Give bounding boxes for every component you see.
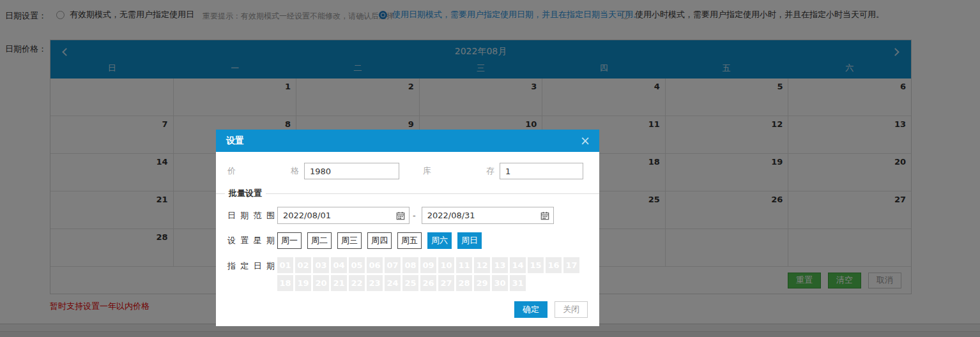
weekday-toggle-button[interactable]: 周五 (397, 232, 422, 249)
section-divider (266, 193, 599, 194)
day-chip: 17 (563, 257, 579, 273)
day-chip: 09 (420, 257, 436, 273)
day-chip: 22 (349, 275, 365, 291)
weekday-toggle-button[interactable]: 周六 (427, 232, 452, 249)
close-button[interactable]: 关闭 (555, 301, 588, 318)
weekday-toggle-button[interactable]: 周日 (457, 232, 482, 249)
day-chip: 18 (277, 275, 293, 291)
day-chip: 19 (295, 275, 311, 291)
dialog-body: 价格 库存 批量设置 日期范围 - (216, 163, 599, 326)
day-chip: 10 (438, 257, 454, 273)
date-range-end-input[interactable] (422, 207, 553, 223)
day-chip-row-1: 0102030405060708091011121314151617 (277, 257, 579, 273)
day-chip: 25 (402, 275, 418, 291)
day-chip: 12 (474, 257, 490, 273)
price-field-label: 价格 (227, 165, 299, 177)
dialog-header: 设置 × (216, 130, 599, 152)
dialog-footer: 确定 关闭 (227, 301, 588, 318)
day-chip: 13 (492, 257, 508, 273)
day-chip: 28 (456, 275, 472, 291)
day-chip: 24 (385, 275, 401, 291)
section-divider (216, 193, 225, 194)
specify-date-label: 指定日期 (227, 260, 275, 272)
stock-input[interactable] (500, 163, 583, 179)
price-input[interactable] (304, 163, 399, 179)
weekday-toggle-button[interactable]: 周一 (277, 232, 302, 249)
day-chip: 21 (331, 275, 347, 291)
day-chip: 15 (528, 257, 544, 273)
day-chip: 31 (510, 275, 526, 291)
day-chip: 01 (277, 257, 293, 273)
day-chip: 11 (456, 257, 472, 273)
calendar-icon[interactable] (396, 211, 405, 220)
day-chip: 30 (492, 275, 508, 291)
day-chip-row-2: 1819202122232425262728293031 (277, 275, 579, 291)
day-chip: 03 (313, 257, 329, 273)
date-range-end-field[interactable] (422, 207, 554, 224)
stock-field-label: 库存 (423, 165, 494, 177)
weekday-toggle-button[interactable]: 周四 (367, 232, 392, 249)
confirm-button[interactable]: 确定 (514, 301, 547, 318)
date-range-separator: - (413, 211, 416, 220)
day-chip: 29 (474, 275, 490, 291)
close-icon[interactable]: × (580, 135, 590, 147)
date-range-start-input[interactable] (278, 207, 409, 223)
date-range-label: 日期范围 (227, 210, 275, 221)
day-chip: 05 (349, 257, 365, 273)
batch-settings-section: 批量设置 (216, 188, 599, 199)
day-chip: 20 (313, 275, 329, 291)
set-weekday-label: 设置星期 (227, 235, 275, 246)
day-chip: 23 (367, 275, 383, 291)
dialog-title: 设置 (226, 135, 244, 147)
batch-settings-title: 批量设置 (225, 188, 266, 199)
day-chip: 14 (510, 257, 526, 273)
date-range-start-field[interactable] (277, 207, 410, 224)
day-chip-rows: 0102030405060708091011121314151617 18192… (277, 257, 579, 291)
day-chip: 07 (385, 257, 401, 273)
weekday-toggle-button[interactable]: 周二 (307, 232, 332, 249)
day-chip: 27 (438, 275, 454, 291)
day-chip: 08 (402, 257, 418, 273)
weekday-toggle-button[interactable]: 周三 (337, 232, 362, 249)
day-chip: 16 (546, 257, 562, 273)
day-chip: 04 (331, 257, 347, 273)
day-chip: 26 (420, 275, 436, 291)
settings-dialog: 设置 × 价格 库存 批量设置 日期范围 (216, 130, 599, 326)
day-chip: 06 (367, 257, 383, 273)
weekday-toggle-group: 周一周二周三周四周五周六周日 (277, 232, 482, 249)
day-chip: 02 (295, 257, 311, 273)
calendar-icon[interactable] (540, 211, 549, 220)
